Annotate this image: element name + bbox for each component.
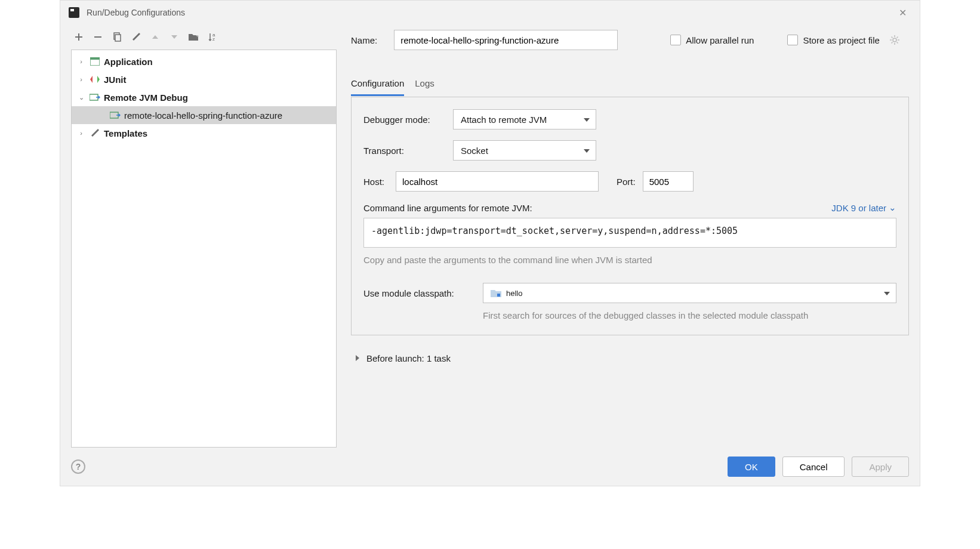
apply-button[interactable]: Apply <box>852 457 909 477</box>
chevron-right-icon: › <box>76 129 86 137</box>
folder-icon <box>491 289 501 297</box>
debugger-mode-label: Debugger mode: <box>363 115 453 125</box>
allow-parallel-label: Allow parallel run <box>686 35 754 45</box>
svg-rect-10 <box>497 294 500 297</box>
cmd-args-label: Command line arguments for remote JVM: <box>363 203 532 213</box>
cancel-button[interactable]: Cancel <box>782 457 845 477</box>
tree-toolbar: + az <box>71 24 337 50</box>
svg-text:+: + <box>196 33 199 39</box>
chevron-right-icon: › <box>76 58 86 65</box>
tree-node-junit[interactable]: › JUnit <box>72 70 336 88</box>
add-button[interactable] <box>73 32 84 42</box>
module-classpath-label: Use module classpath: <box>363 288 483 298</box>
svg-point-9 <box>893 38 896 42</box>
tree-label: JUnit <box>104 75 127 85</box>
cmd-args-box[interactable]: -agentlib:jdwp=transport=dt_socket,serve… <box>363 218 896 248</box>
dialog-title: Run/Debug Configurations <box>87 8 894 17</box>
tree-node-remote-jvm-debug[interactable]: ⌄ Remote JVM Debug <box>72 88 336 106</box>
allow-parallel-checkbox[interactable] <box>670 35 681 45</box>
host-input[interactable] <box>396 171 599 192</box>
tree-label: remote-local-hello-spring-function-azure <box>124 110 282 121</box>
remote-debug-icon <box>90 92 100 102</box>
intellij-icon <box>69 7 79 18</box>
before-launch-label: Before launch: 1 task <box>366 353 451 363</box>
chevron-right-icon <box>355 354 360 362</box>
titlebar: Run/Debug Configurations ✕ <box>60 1 920 24</box>
chevron-down-icon: ⌄ <box>889 202 896 213</box>
settings-button[interactable] <box>131 32 141 42</box>
run-debug-dialog: Run/Debug Configurations ✕ + az › Applic… <box>60 0 920 486</box>
junit-icon <box>90 75 100 84</box>
chevron-down-icon: ⌄ <box>76 94 86 101</box>
tree-node-remote-config[interactable]: remote-local-hello-spring-function-azure <box>72 106 336 124</box>
gear-icon[interactable] <box>889 35 900 45</box>
tab-logs[interactable]: Logs <box>415 78 434 96</box>
name-input[interactable] <box>394 30 618 50</box>
svg-rect-1 <box>115 35 121 41</box>
sort-button[interactable]: az <box>207 32 218 42</box>
remove-button[interactable] <box>93 32 103 42</box>
before-launch-section[interactable]: Before launch: 1 task <box>351 353 909 363</box>
port-input[interactable] <box>643 171 694 192</box>
config-tree[interactable]: › Application › JUnit ⌄ Remote JVM Debug… <box>71 50 337 448</box>
up-button[interactable] <box>150 32 161 42</box>
name-label: Name: <box>351 35 377 45</box>
close-button[interactable]: ✕ <box>894 5 911 21</box>
dialog-footer: ? OK Cancel Apply <box>60 448 920 486</box>
tree-label: Remote JVM Debug <box>104 92 188 103</box>
transport-combo[interactable]: Socket <box>453 140 596 161</box>
application-icon <box>90 57 100 66</box>
ok-button[interactable]: OK <box>728 457 775 477</box>
configuration-panel: Debugger mode: Attach to remote JVM Tran… <box>351 97 909 335</box>
store-project-label: Store as project file <box>803 35 879 45</box>
chevron-right-icon: › <box>76 76 86 83</box>
help-button[interactable]: ? <box>71 459 85 474</box>
host-label: Host: <box>363 177 396 187</box>
svg-text:z: z <box>212 36 215 42</box>
tree-label: Templates <box>104 128 147 138</box>
store-project-checkbox[interactable] <box>787 35 798 45</box>
port-label: Port: <box>617 177 636 187</box>
svg-rect-6 <box>90 57 100 60</box>
down-button[interactable] <box>169 32 180 42</box>
jdk-version-dropdown[interactable]: JDK 9 or later ⌄ <box>831 202 896 213</box>
tree-node-application[interactable]: › Application <box>72 53 336 70</box>
cmd-hint: Copy and paste the arguments to the comm… <box>363 255 896 265</box>
debugger-mode-combo[interactable]: Attach to remote JVM <box>453 109 596 129</box>
copy-button[interactable] <box>112 32 122 42</box>
wrench-icon <box>90 128 100 138</box>
module-hint: First search for sources of the debugged… <box>483 309 896 323</box>
folder-button[interactable]: + <box>188 32 199 42</box>
tree-label: Application <box>104 57 153 67</box>
remote-debug-icon <box>110 110 121 120</box>
tab-configuration[interactable]: Configuration <box>351 78 404 96</box>
transport-label: Transport: <box>363 146 453 156</box>
tree-node-templates[interactable]: › Templates <box>72 124 336 142</box>
module-classpath-combo[interactable]: hello <box>483 283 896 303</box>
